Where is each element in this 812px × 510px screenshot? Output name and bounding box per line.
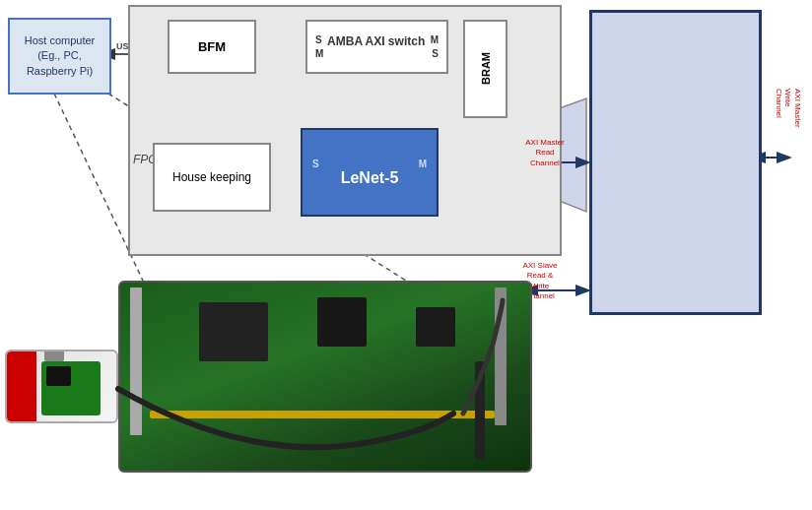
housekeeping-label: House keeping: [172, 170, 251, 184]
host-computer-label: Host computer (Eg., PC, Raspberry Pi): [25, 33, 96, 79]
usb-cable-sim: [475, 361, 485, 460]
bfm-box: BFM: [168, 20, 256, 74]
host-computer-box: Host computer (Eg., PC, Raspberry Pi): [8, 18, 111, 95]
board-chip-3: [416, 307, 455, 347]
raspi-red-part: [7, 351, 36, 421]
axi-switch-s-top: S: [315, 34, 322, 48]
housekeeping-box: House keeping: [153, 143, 271, 212]
board-trace: [150, 411, 495, 418]
board-chip-2: [317, 297, 367, 347]
raspi-eth-port: [44, 351, 64, 361]
right-panel: LeNet-5 core AXI Master CSR AXI Slave: [589, 10, 762, 315]
connector-strip-left: [130, 287, 142, 435]
axi-master-read-channel-label: AXI Master Read Channel: [520, 138, 570, 168]
raspi-board: [41, 361, 101, 415]
diagram-container: Host computer (Eg., PC, Raspberry Pi) US…: [0, 0, 812, 510]
bfm-label: BFM: [198, 39, 226, 54]
axi-switch-m-bot: M: [315, 48, 323, 59]
lenet5-s-label: S: [312, 159, 319, 169]
axi-switch-box: S AMBA AXI switch M M S: [305, 20, 448, 74]
raspi-chip: [46, 366, 71, 386]
axi-switch-m-top: M: [431, 34, 439, 48]
bram-box: BRAM: [463, 20, 508, 118]
board-chip-main: [199, 302, 268, 361]
bram-label: BRAM: [480, 53, 492, 86]
axi-switch-s-bot: S: [432, 48, 439, 59]
connector-strip-right: [495, 287, 507, 425]
raspberry-pi-photo: [5, 350, 118, 423]
axi-master-write-channel-label: AXI Master Write Channel: [774, 89, 802, 128]
lenet5-fpga-box: S M LeNet-5: [301, 128, 439, 217]
lenet5-m-label: M: [419, 159, 427, 169]
fpga-board-photo: [118, 281, 532, 473]
lenet5-fpga-label: LeNet-5: [341, 169, 399, 187]
axi-switch-label: AMBA AXI switch: [327, 34, 425, 48]
